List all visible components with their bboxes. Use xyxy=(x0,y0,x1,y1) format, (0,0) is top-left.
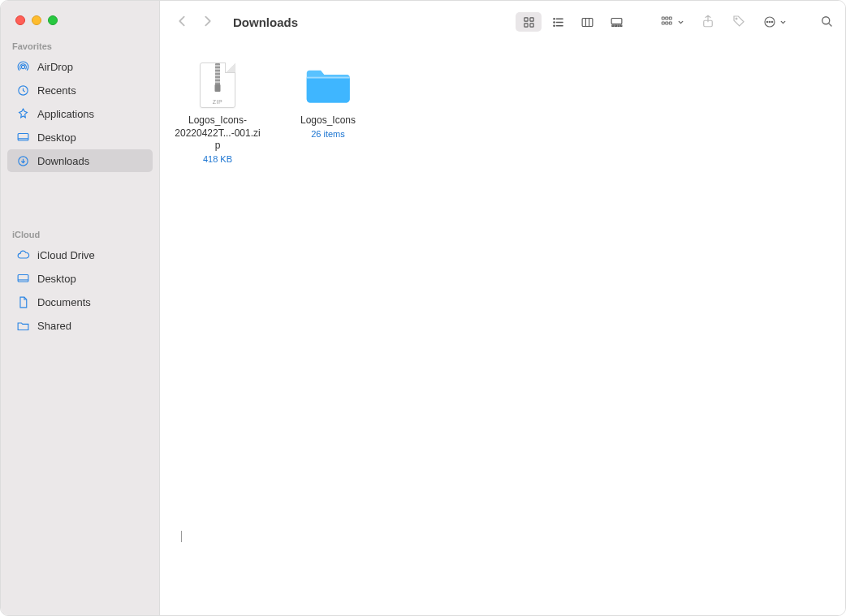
sidebar-item-desktop-fav[interactable]: Desktop xyxy=(7,126,153,149)
file-item-folder[interactable]: Logos_Icons 26 items xyxy=(283,59,373,139)
window-controls xyxy=(1,15,159,25)
svg-rect-5 xyxy=(524,17,527,20)
main-area: Downloads xyxy=(160,1,845,615)
file-sub: 418 KB xyxy=(203,154,232,164)
column-view-button[interactable] xyxy=(574,12,600,32)
sidebar-header-icloud: iCloud xyxy=(1,226,159,243)
toolbar: Downloads xyxy=(160,1,845,43)
file-sub: 26 items xyxy=(311,129,345,139)
sidebar-item-recents[interactable]: Recents xyxy=(7,79,153,101)
svg-rect-6 xyxy=(529,17,533,20)
sidebar-item-label: AirDrop xyxy=(37,61,73,73)
file-grid[interactable]: ZIP Logos_Icons-20220422T...-001.zip 418… xyxy=(160,43,845,615)
sidebar-item-label: Downloads xyxy=(37,155,89,167)
svg-rect-23 xyxy=(669,22,671,24)
group-by-button[interactable] xyxy=(660,15,684,29)
text-cursor xyxy=(181,531,182,542)
svg-point-28 xyxy=(769,21,770,23)
sidebar-item-downloads[interactable]: Downloads xyxy=(7,149,153,172)
file-item-zip[interactable]: ZIP Logos_Icons-20220422T...-001.zip 418… xyxy=(173,59,262,164)
share-button[interactable] xyxy=(701,14,715,31)
search-button[interactable] xyxy=(819,14,834,31)
svg-point-29 xyxy=(771,21,773,23)
chevron-down-icon xyxy=(779,16,787,28)
sidebar-item-airdrop[interactable]: AirDrop xyxy=(7,55,153,78)
sidebar-item-icloud-drive[interactable]: iCloud Drive xyxy=(7,243,153,266)
svg-rect-17 xyxy=(620,25,621,26)
svg-rect-4 xyxy=(18,274,28,282)
document-icon xyxy=(15,295,30,309)
svg-rect-15 xyxy=(615,25,616,26)
sidebar-item-label: Applications xyxy=(37,108,94,120)
svg-rect-22 xyxy=(666,22,668,24)
sidebar-item-desktop-icloud[interactable]: Desktop xyxy=(7,267,153,290)
file-name: Logos_Icons xyxy=(300,114,356,127)
finder-window: Favorites AirDrop Recents xyxy=(1,1,845,615)
zoom-window[interactable] xyxy=(48,15,58,25)
svg-rect-8 xyxy=(529,23,533,26)
sidebar-item-label: Desktop xyxy=(37,131,76,144)
toolbar-actions xyxy=(660,14,834,31)
svg-rect-21 xyxy=(662,22,664,24)
list-view-button[interactable] xyxy=(545,12,571,32)
sidebar-header-favorites: Favorites xyxy=(1,38,159,54)
page-title: Downloads xyxy=(233,15,298,29)
sidebar-item-applications[interactable]: Applications xyxy=(7,102,153,125)
svg-point-27 xyxy=(766,21,768,23)
sidebar: Favorites AirDrop Recents xyxy=(1,1,160,615)
desktop-icon xyxy=(15,271,30,286)
svg-point-0 xyxy=(21,65,24,68)
view-mode-segment xyxy=(514,11,631,33)
minimize-window[interactable] xyxy=(32,15,41,25)
svg-rect-13 xyxy=(611,18,622,24)
icon-view-button[interactable] xyxy=(516,12,542,32)
zip-file-icon: ZIP xyxy=(192,59,244,111)
sidebar-item-shared[interactable]: Shared xyxy=(7,314,153,337)
sidebar-item-label: Desktop xyxy=(37,273,76,285)
shared-folder-icon xyxy=(15,318,30,333)
gallery-view-button[interactable] xyxy=(603,12,629,32)
svg-rect-19 xyxy=(666,17,668,19)
forward-button[interactable] xyxy=(202,15,214,30)
chevron-down-icon xyxy=(677,16,684,28)
svg-rect-14 xyxy=(611,25,613,26)
nav-arrows xyxy=(171,15,218,30)
svg-point-10 xyxy=(553,21,554,22)
back-button[interactable] xyxy=(176,15,188,30)
svg-rect-12 xyxy=(582,18,593,26)
desktop-icon xyxy=(15,130,30,144)
svg-rect-2 xyxy=(18,133,28,140)
applications-icon xyxy=(15,106,30,121)
sidebar-item-label: Recents xyxy=(37,84,76,97)
svg-rect-16 xyxy=(617,25,619,26)
svg-point-25 xyxy=(736,18,737,19)
sidebar-item-label: iCloud Drive xyxy=(37,249,95,261)
download-icon xyxy=(15,153,30,168)
folder-icon xyxy=(302,59,354,111)
clock-icon xyxy=(15,83,30,97)
tags-button[interactable] xyxy=(732,14,746,31)
actions-menu-button[interactable] xyxy=(762,15,787,29)
svg-rect-18 xyxy=(662,17,664,19)
sidebar-item-documents[interactable]: Documents xyxy=(7,291,153,313)
svg-rect-31 xyxy=(307,77,350,79)
sidebar-item-label: Documents xyxy=(37,296,91,308)
close-window[interactable] xyxy=(15,15,25,25)
file-name: Logos_Icons-20220422T...-001.zip xyxy=(173,114,262,153)
cloud-icon xyxy=(15,248,30,262)
airdrop-icon xyxy=(15,59,30,74)
svg-point-11 xyxy=(553,25,554,26)
sidebar-item-label: Shared xyxy=(37,320,71,332)
svg-rect-7 xyxy=(524,23,527,26)
svg-rect-20 xyxy=(669,17,671,19)
svg-point-9 xyxy=(553,18,554,19)
